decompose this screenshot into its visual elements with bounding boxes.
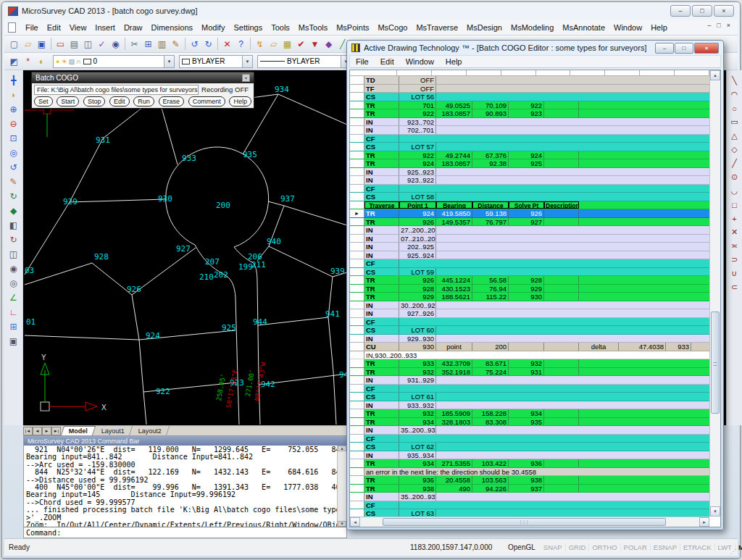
table-row[interactable]: CSLOT 58 [350, 193, 709, 201]
run-button[interactable]: Run [133, 96, 154, 106]
grid-cell[interactable]: CS [364, 326, 399, 334]
grid-cell[interactable]: CF [364, 135, 399, 143]
command-scrollbar[interactable]: ▲ ▼ [337, 446, 346, 527]
grid-cell[interactable]: LOT 61 [399, 393, 436, 401]
grid-cell[interactable]: 76.94 [472, 285, 509, 293]
row-selector[interactable] [350, 151, 364, 159]
grid-cell[interactable]: 183.0857 [436, 159, 472, 167]
table-row[interactable]: IN929..930 [350, 335, 709, 343]
grid-cell[interactable]: CF [364, 259, 399, 267]
grid-cell[interactable]: TF [364, 85, 399, 93]
pan-icon[interactable]: ╋ [7, 73, 21, 88]
row-selector[interactable] [350, 318, 364, 326]
table-row[interactable]: IN35..200..937 [350, 493, 709, 501]
table-row[interactable]: CSLOT 60 [350, 326, 709, 335]
draw-join-icon[interactable]: ⊃ [729, 253, 741, 267]
grid-cell[interactable]: 188.5621 [436, 293, 472, 301]
rotate-view-icon[interactable]: ↻ [7, 233, 21, 247]
draw-box-icon[interactable]: □ [729, 198, 741, 212]
grid-cell[interactable]: LOT 57 [399, 143, 436, 151]
ms-flash-icon[interactable]: ↯ [253, 37, 267, 51]
draw-arc2-icon[interactable]: ◡ [729, 184, 741, 198]
draw-cross-icon[interactable]: + [729, 212, 741, 225]
tab-nav-icon[interactable]: |◄ [23, 427, 33, 435]
grid-cell[interactable]: LOT 62 [399, 443, 436, 451]
grid-cell[interactable]: 922 [509, 101, 544, 109]
grid-cell[interactable]: CS [364, 93, 399, 101]
color-dropdown[interactable]: BYLAYER ▼ [179, 55, 253, 68]
grid-cell[interactable]: 202..925 [399, 243, 436, 251]
linetype-dropdown[interactable]: BYLAYER ▼ [257, 55, 351, 68]
copy-icon[interactable]: ⊞ [141, 37, 155, 51]
grid-cell[interactable]: 932 [399, 368, 436, 376]
zoom-window-icon[interactable]: ⊡ [7, 131, 21, 146]
grid-cell[interactable]: 432.3709 [436, 359, 472, 367]
match-properties-icon[interactable]: ✎ [169, 37, 183, 51]
grid-cell[interactable] [544, 368, 579, 376]
layer-sun-icon[interactable]: ☀ [61, 58, 67, 65]
row-selector[interactable] [350, 109, 364, 117]
grid-cell[interactable]: LOT 58 [399, 193, 436, 201]
comment-cell[interactable]: an error in the next line: the direction… [364, 468, 709, 476]
table-row[interactable]: CU930point200delta47.4038933 [350, 343, 709, 351]
batch-cogo-close-icon[interactable]: ▪ [242, 74, 250, 82]
resize-grip-icon[interactable]: ⋰ [730, 548, 736, 555]
visual-style-icon[interactable]: ◉ [7, 262, 21, 276]
table-row[interactable]: IN702..701 [350, 126, 709, 135]
grid-cell[interactable]: 92.38 [472, 159, 509, 167]
row-selector[interactable] [350, 485, 364, 493]
grid-cell[interactable] [544, 409, 579, 417]
grid-cell[interactable]: IN [364, 451, 399, 459]
grid-cell[interactable]: 56.58 [472, 276, 509, 284]
grid-cell[interactable]: Point 1 [399, 201, 436, 209]
row-selector[interactable] [350, 335, 364, 343]
grid-cell[interactable]: 932 [399, 409, 436, 417]
grid-cell[interactable]: 83.671 [472, 359, 509, 367]
table-row[interactable]: CF [350, 259, 709, 268]
ms-check-icon[interactable]: ✔ [294, 37, 308, 51]
menu-mspoints[interactable]: MsPoints [332, 22, 373, 33]
table-row[interactable]: TR933432.370983.671932 [350, 359, 709, 368]
menu-tools[interactable]: Tools [267, 22, 294, 33]
close-button[interactable]: × [714, 5, 734, 17]
row-selector[interactable] [350, 501, 364, 509]
table-row[interactable]: CF [350, 501, 709, 510]
table-row[interactable]: TDOFF [350, 76, 709, 85]
help-icon[interactable]: ? [234, 37, 248, 51]
draw-sub-icon[interactable]: ⊂ [729, 280, 741, 294]
row-selector[interactable] [350, 226, 364, 234]
grid-cell[interactable]: 925..923 [399, 168, 436, 176]
grid-cell[interactable]: 94.226 [472, 485, 509, 493]
draw-line-icon[interactable]: ╲ [729, 74, 741, 88]
row-selector[interactable] [350, 426, 364, 434]
grid-cell[interactable]: 934 [399, 418, 436, 426]
grid-cell[interactable]: 90.893 [472, 109, 509, 117]
grid-cell[interactable] [544, 151, 579, 159]
grid-cell[interactable]: 936 [399, 476, 436, 484]
table-row[interactable]: IN07..210..202 [350, 235, 709, 243]
grid-cell[interactable]: Traverse [364, 201, 399, 209]
grid-cell[interactable]: TR [364, 276, 399, 284]
toggle-model[interactable]: MODEL [735, 543, 742, 551]
grid-cell[interactable]: Description [544, 201, 579, 209]
table-row[interactable]: TFOFF [350, 85, 709, 93]
table-row[interactable]: TR93620.4558103.563938 [350, 476, 709, 485]
table-row[interactable]: IN35..200..933 [350, 426, 709, 435]
table-row[interactable]: CSLOT 59 [350, 268, 709, 277]
grid-cell[interactable]: TR [364, 476, 399, 484]
grid-cell[interactable]: 926 [399, 218, 436, 226]
tab-layout1[interactable]: Layout1 [94, 426, 133, 435]
regen-icon[interactable]: ↻ [7, 189, 21, 204]
grid-cell[interactable]: 103.563 [472, 476, 509, 484]
grid-cell[interactable]: 445.1224 [436, 276, 472, 284]
draw-union-icon[interactable]: ∪ [729, 267, 741, 280]
scroll-down-icon[interactable]: ▼ [338, 521, 346, 527]
grid-cell[interactable] [544, 343, 579, 351]
minimize-button[interactable]: – [670, 5, 691, 17]
opengl-indicator[interactable]: OpenGL [508, 543, 540, 551]
scrollbar-thumb[interactable] [711, 312, 720, 414]
row-selector[interactable] [350, 268, 364, 276]
grid-cell[interactable]: 925..924 [399, 251, 436, 259]
toggle-esnap[interactable]: ESNAP [651, 543, 680, 551]
grid-cell[interactable]: TR [364, 109, 399, 117]
